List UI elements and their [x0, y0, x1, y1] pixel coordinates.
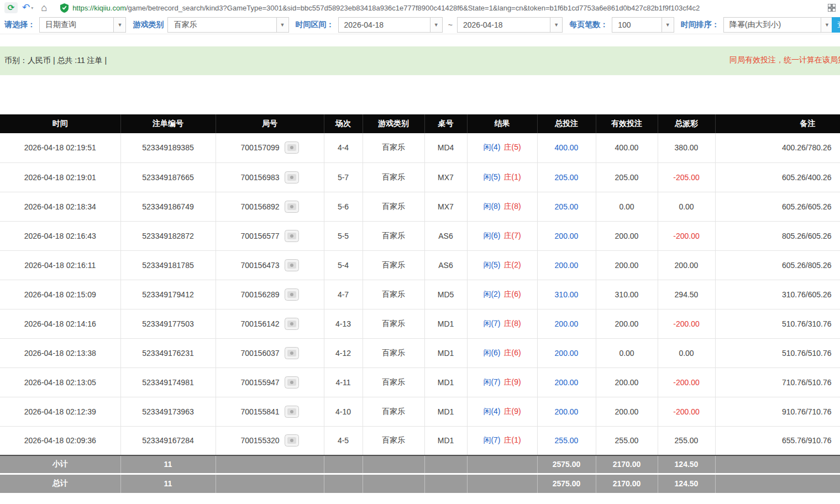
cell-game-type: 百家乐	[363, 162, 424, 192]
result-banker: 庄(8)	[504, 319, 521, 328]
cell-session: 4-12	[324, 338, 363, 368]
cell-empty	[363, 455, 424, 474]
replay-icon[interactable]	[285, 318, 299, 330]
cell-table-no: MD5	[424, 280, 467, 309]
round-number: 700156983	[240, 173, 279, 182]
cell-table-no: MX7	[424, 192, 467, 221]
page-size-dropdown[interactable]: 100 ▼	[612, 17, 674, 33]
cell-time: 2026-04-18 02:14:16	[0, 309, 120, 338]
result-banker: 庄(2)	[504, 260, 521, 269]
undo-icon: ↶	[22, 2, 30, 13]
date-to-dropdown[interactable]: 2026-04-18 ▼	[457, 17, 563, 33]
extensions-icon[interactable]	[828, 4, 836, 12]
chevron-down-icon[interactable]: ▼	[430, 18, 442, 32]
cell-game-type: 百家乐	[363, 192, 424, 221]
date-from-value: 2026-04-18	[339, 18, 430, 32]
chevron-down-icon[interactable]: ▼	[662, 18, 674, 32]
date-to-value: 2026-04-18	[458, 18, 550, 32]
chevron-down-icon[interactable]: ▼	[113, 18, 125, 32]
table-row: 2026-04-18 02:16:11 523349181785 7001564…	[0, 250, 840, 280]
replay-icon[interactable]	[285, 171, 299, 183]
replay-icon[interactable]	[285, 347, 299, 359]
cell-time: 2026-04-18 02:18:34	[0, 192, 120, 221]
cell-payout: 294.50	[658, 280, 715, 309]
cell-time: 2026-04-18 02:19:51	[0, 133, 120, 162]
round-number: 700156892	[240, 202, 279, 211]
cell-valid-bet: 200.00	[596, 250, 658, 280]
url-secure-part: https://kiqiiu.com	[72, 4, 126, 12]
cell-empty	[324, 455, 363, 474]
sort-dropdown[interactable]: 降幂(由大到小) ▼	[723, 17, 833, 33]
cell-remark: 605.26/605.26	[715, 192, 840, 221]
result-player: 闲(7)	[483, 319, 500, 328]
cell-round: 700155320	[216, 426, 324, 455]
home-button[interactable]: ⌂	[38, 2, 47, 13]
cell-payout: -200.00	[658, 368, 715, 397]
cell-remark: 710.76/510.76	[715, 368, 840, 397]
cell-total-bet: 205.00	[537, 162, 596, 192]
search-button[interactable]: 查询	[832, 17, 840, 33]
cell-bet-id: 523349173963	[120, 397, 216, 426]
cell-empty	[324, 474, 363, 493]
chevron-down-icon[interactable]: ▼	[821, 18, 833, 32]
query-type-dropdown[interactable]: 日期查询 ▼	[39, 17, 126, 33]
replay-icon[interactable]	[285, 141, 299, 154]
chevron-down-icon[interactable]: ▼	[550, 18, 562, 32]
sort-label: 时间排序：	[681, 20, 720, 30]
cell-bet-id: 523349182872	[120, 221, 216, 250]
cell-time: 2026-04-18 02:15:09	[0, 280, 120, 309]
cell-empty	[715, 474, 840, 493]
date-from-dropdown[interactable]: 2026-04-18 ▼	[338, 17, 443, 33]
chevron-down-icon: ▾	[31, 6, 33, 11]
cell-payout: 255.00	[658, 426, 715, 455]
header-payout: 总派彩	[658, 114, 715, 133]
cell-result: 闲(6)庄(6)	[467, 338, 537, 368]
page-size-label: 每页笔数：	[569, 20, 608, 30]
cell-bet-id: 523349181785	[120, 250, 216, 280]
cell-game-type: 百家乐	[363, 426, 424, 455]
cell-game-type: 百家乐	[363, 133, 424, 162]
result-banker: 庄(1)	[504, 435, 521, 444]
replay-icon[interactable]	[285, 230, 299, 242]
result-banker: 庄(8)	[504, 202, 521, 211]
cell-remark: 510.76/310.76	[715, 309, 840, 338]
cell-round: 700156577	[216, 221, 324, 250]
replay-icon[interactable]	[285, 288, 299, 301]
chevron-down-icon[interactable]: ▼	[276, 18, 288, 32]
total-total-bet: 2575.00	[537, 474, 596, 493]
total-payout: 124.50	[658, 474, 715, 493]
table-row: 2026-04-18 02:13:05 523349174981 7001559…	[0, 368, 840, 397]
cell-total-bet: 200.00	[537, 397, 596, 426]
undo-button[interactable]: ↶ ▾	[22, 2, 33, 13]
cell-empty	[424, 455, 467, 474]
cell-session: 5-5	[324, 221, 363, 250]
cell-table-no: MX7	[424, 162, 467, 192]
round-number: 700157099	[240, 143, 279, 152]
cell-valid-bet: 400.00	[596, 133, 658, 162]
cell-time: 2026-04-18 02:16:43	[0, 221, 120, 250]
result-player: 闲(4)	[483, 143, 500, 151]
cell-bet-id: 523349167284	[120, 426, 216, 455]
cell-empty	[216, 455, 324, 474]
table-row: 2026-04-18 02:15:09 523349179412 7001562…	[0, 280, 840, 309]
cell-table-no: AS6	[424, 221, 467, 250]
table-row: 2026-04-18 02:14:16 523349177503 7001561…	[0, 309, 840, 338]
replay-icon[interactable]	[285, 201, 299, 213]
cell-empty	[467, 455, 537, 474]
cell-session: 4-13	[324, 309, 363, 338]
address-bar[interactable]: https://kiqiiu.com/game/betrecord_search…	[60, 1, 818, 14]
replay-icon[interactable]	[285, 376, 299, 389]
replay-icon[interactable]	[285, 434, 299, 447]
replay-icon[interactable]	[285, 406, 299, 418]
cell-round: 700156983	[216, 162, 324, 192]
cell-total-bet: 400.00	[537, 133, 596, 162]
reload-button[interactable]: ⟳	[4, 2, 18, 13]
game-type-dropdown[interactable]: 百家乐 ▼	[167, 17, 288, 33]
cell-remark: 805.26/605.26	[715, 221, 840, 250]
header-round: 局号	[216, 114, 324, 133]
page-size-value: 100	[612, 18, 662, 32]
replay-icon[interactable]	[285, 259, 299, 271]
cell-bet-id: 523349186749	[120, 192, 216, 221]
subtotal-total-bet: 2575.00	[537, 455, 596, 474]
cell-round: 700156892	[216, 192, 324, 221]
